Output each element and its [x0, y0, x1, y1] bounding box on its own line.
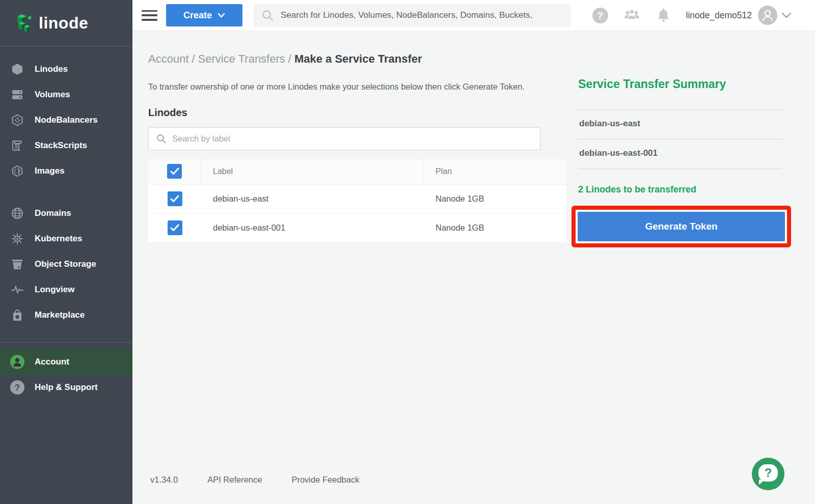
- column-header-label[interactable]: Label: [201, 159, 424, 184]
- sidebar-item-account[interactable]: Account: [0, 349, 132, 375]
- images-icon: [10, 164, 24, 178]
- service-transfer-summary: Service Transfer Summary debian-us-east …: [578, 77, 782, 247]
- sidebar-item-longview[interactable]: Longview: [0, 277, 132, 302]
- account-icon: [10, 355, 24, 369]
- row-label: debian-us-east: [201, 185, 424, 213]
- linode-logo-icon: [15, 13, 33, 33]
- sidebar-nav: Linodes Volumes NodeBalance: [0, 46, 132, 400]
- column-header-plan[interactable]: Plan: [424, 159, 566, 184]
- sidebar-item-help-support[interactable]: ? Help & Support: [0, 375, 132, 400]
- breadcrumb-service-transfers[interactable]: Service Transfers: [198, 52, 285, 65]
- version-link[interactable]: v1.34.0: [150, 475, 178, 485]
- logo-text: linode: [39, 14, 88, 33]
- footer: v1.34.0 API Reference Provide Feedback: [150, 475, 359, 485]
- select-all-checkbox[interactable]: [167, 164, 182, 179]
- provide-feedback-link[interactable]: Provide Feedback: [291, 475, 359, 485]
- sidebar: linode Linodes Volumes: [0, 0, 132, 504]
- transfer-count: 2 Linodes to be transferred: [578, 184, 782, 195]
- linodes-table: Label Plan debian-us-east Nanode 1GB: [148, 158, 566, 243]
- sidebar-item-nodebalancers[interactable]: NodeBalancers: [0, 107, 132, 133]
- page-title: Make a Service Transfer: [294, 52, 422, 65]
- api-reference-link[interactable]: API Reference: [207, 475, 262, 485]
- row-checkbox[interactable]: [168, 220, 182, 235]
- pulse-icon: [10, 283, 24, 297]
- main-content: Account/Service Transfers/Make a Service…: [132, 31, 815, 504]
- breadcrumb: Account/Service Transfers/Make a Service…: [132, 31, 815, 66]
- help-icon: ?: [10, 380, 24, 395]
- row-plan: Nanode 1GB: [424, 214, 566, 242]
- topbar: Create ?: [132, 0, 815, 31]
- label-filter-input[interactable]: [172, 134, 540, 144]
- sidebar-item-volumes[interactable]: Volumes: [0, 82, 132, 107]
- help-circle-icon[interactable]: ?: [592, 8, 608, 23]
- summary-item: debian-us-east-001: [578, 139, 782, 169]
- table-header-row: Label Plan: [148, 158, 566, 185]
- breadcrumb-account[interactable]: Account: [148, 52, 189, 65]
- volumes-icon: [10, 88, 24, 102]
- kubernetes-icon: [10, 232, 24, 246]
- create-button[interactable]: Create: [166, 4, 242, 26]
- page-description: To transfer ownership of one or more Lin…: [148, 80, 558, 94]
- notifications-bell-icon[interactable]: [657, 8, 670, 23]
- community-icon[interactable]: [622, 8, 641, 22]
- sidebar-item-object-storage[interactable]: Object Storage: [0, 251, 132, 277]
- nodebalancer-icon: [10, 113, 24, 127]
- avatar[interactable]: [758, 6, 777, 25]
- help-chat-button[interactable]: ?: [752, 458, 784, 490]
- account-chevron-down-icon[interactable]: [781, 12, 792, 18]
- search-icon: [156, 133, 167, 144]
- red-highlight-annotation: Generate Token: [572, 206, 791, 247]
- chevron-down-icon: [218, 13, 225, 18]
- row-checkbox[interactable]: [168, 191, 182, 206]
- generate-token-button[interactable]: Generate Token: [578, 212, 785, 241]
- sidebar-item-kubernetes[interactable]: Kubernetes: [0, 226, 132, 251]
- linode-icon: [10, 62, 24, 76]
- sidebar-item-images[interactable]: Images: [0, 158, 132, 184]
- sidebar-item-marketplace[interactable]: Marketplace: [0, 302, 132, 328]
- search-icon: [261, 9, 274, 22]
- row-plan: Nanode 1GB: [424, 185, 566, 213]
- table-row: debian-us-east Nanode 1GB: [148, 185, 566, 214]
- row-label: debian-us-east-001: [201, 214, 424, 242]
- hamburger-menu-icon[interactable]: [142, 10, 157, 21]
- globe-icon: [10, 206, 24, 220]
- global-search: [254, 4, 571, 27]
- sidebar-item-stackscripts[interactable]: StackScripts: [0, 133, 132, 158]
- sidebar-divider: [0, 342, 132, 343]
- sidebar-item-linodes[interactable]: Linodes: [0, 57, 132, 82]
- label-filter: [148, 127, 540, 150]
- summary-item: debian-us-east: [578, 110, 782, 139]
- summary-title: Service Transfer Summary: [578, 77, 782, 91]
- linode-logo[interactable]: linode: [0, 0, 132, 46]
- global-search-input[interactable]: [281, 10, 571, 20]
- chat-bubble-icon: ?: [758, 464, 778, 482]
- bucket-icon: [10, 257, 24, 271]
- shopping-bag-icon: [10, 308, 24, 322]
- table-row: debian-us-east-001 Nanode 1GB: [148, 214, 566, 243]
- username[interactable]: linode_demo512: [686, 10, 752, 21]
- stackscript-icon: [10, 138, 24, 153]
- sidebar-item-domains[interactable]: Domains: [0, 201, 132, 226]
